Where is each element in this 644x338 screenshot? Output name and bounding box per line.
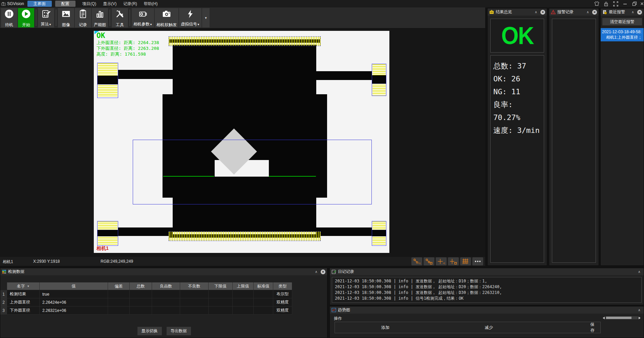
trend-operations-bar: 添加 减少 保存 [335, 322, 601, 333]
start-button[interactable]: 开始 [18, 8, 34, 27]
close-icon[interactable]: ✕ [592, 10, 597, 15]
collapse-icon[interactable]: ∧ [585, 10, 591, 14]
more-options-button[interactable] [472, 257, 483, 265]
collapse-icon[interactable]: ∧ [630, 10, 636, 14]
col-name[interactable]: 名字▼ [7, 282, 40, 290]
col-lower-limit[interactable]: 下限值 [209, 282, 233, 290]
minimize-icon[interactable] [621, 0, 629, 7]
theme-icon[interactable] [593, 0, 601, 7]
algorithm-icon [41, 9, 51, 19]
export-data-button[interactable]: 导出数据 [167, 327, 191, 335]
overlay-line: 上外圆直径: 距离: 2264.238 [96, 40, 159, 45]
close-icon[interactable]: ✕ [540, 10, 545, 15]
col-total[interactable]: 总数 [130, 282, 152, 290]
filter-icon[interactable]: ▼ [27, 285, 30, 288]
capacity-chart-button[interactable]: 产能图 [92, 8, 108, 27]
alarm-entry-time: 2021-12-03-18-49-58: [602, 29, 642, 35]
roi-rectangle[interactable] [133, 140, 371, 204]
log-output[interactable]: 2021-12-03 18:50:00.308 | info | 发送数据， 起… [332, 277, 642, 303]
toolbar-more-dropdown[interactable]: ▼ [202, 8, 210, 27]
add-crosshair-button[interactable]: +1 [436, 257, 447, 265]
col-upper-limit[interactable]: 上限值 [233, 282, 254, 290]
collapse-icon[interactable]: ∧ [637, 308, 642, 312]
svg-text:+1: +1 [418, 262, 421, 264]
close-icon[interactable]: ✕ [321, 270, 325, 274]
record-label: 记录 [79, 22, 87, 27]
algorithm-button[interactable]: 算法▼ [38, 8, 54, 27]
title-bar: SGVision 主界面 配置 项目(Q) 显示(V) 记录(R) 帮助(H) [0, 0, 644, 7]
scrollbar-thumb[interactable] [606, 317, 631, 319]
table-row[interactable]: 1 检测结果 true 布尔型 [0, 290, 328, 298]
close-icon[interactable]: ✕ [637, 10, 642, 15]
play-icon [21, 9, 31, 19]
add-measure-line-button[interactable]: +1 [411, 257, 422, 265]
image-label: 图像 [62, 22, 70, 27]
display-toggle-button[interactable]: 显示切换 [137, 327, 162, 335]
table-row[interactable]: 2 上外圆直径 2.26424e+06 双精度 [0, 298, 328, 306]
part-upper-block [173, 45, 316, 95]
alarm-record-list[interactable] [552, 19, 596, 263]
virtual-signal-label: 虚拟信号▼ [181, 22, 200, 27]
trend-chart-icon [331, 308, 336, 312]
caliper-comb-bottom [169, 231, 321, 241]
col-bad[interactable]: 不良数 [180, 282, 209, 290]
image-button[interactable]: 图像 [58, 8, 74, 27]
standby-button[interactable]: 待机 [1, 8, 17, 27]
col-deviation[interactable]: 偏差 [108, 282, 130, 290]
recent-alarm-list[interactable]: 2021-12-03-18-49-58: 相机1:上外圆直径； [601, 28, 644, 263]
part-arm [117, 70, 173, 79]
collapse-icon[interactable]: ∧ [533, 10, 539, 14]
table-row[interactable]: 3 下外圆直径 2.26321e+06 双精度 [0, 306, 328, 315]
reduce-button[interactable]: 减少 [481, 323, 496, 332]
alarm-entry[interactable]: 2021-12-03-18-49-58: 相机1:上外圆直径； [601, 28, 644, 41]
capacity-chart-icon [95, 9, 105, 19]
add-button[interactable]: 添加 [378, 323, 393, 332]
camera-image-view[interactable]: OK 上外圆直径: 距离: 2264.238 下外圆直径: 距离: 2263.2… [94, 31, 389, 253]
status-camera: 相机1 [3, 259, 13, 265]
fullscreen-icon[interactable] [611, 0, 620, 7]
tab-config[interactable]: 配置 [55, 1, 76, 7]
save-button[interactable]: 保存 [587, 320, 598, 335]
app-logo: SGVision [1, 1, 24, 6]
col-value[interactable]: 值 [40, 282, 108, 290]
view-tool-buttons: +1 +1 [411, 257, 483, 265]
tab-main[interactable]: 主界面 [27, 1, 52, 7]
collapse-icon[interactable]: ∧ [637, 270, 642, 274]
scroll-right-icon[interactable] [639, 317, 641, 319]
part-arm [117, 227, 173, 236]
menu-help[interactable]: 帮助(H) [141, 1, 161, 7]
record-button[interactable]: 记录 [75, 8, 91, 27]
col-good[interactable]: 良品数 [152, 282, 180, 290]
grid-toggle-button[interactable] [460, 257, 471, 265]
camera-params-button[interactable]: 相机参数▼ [132, 8, 154, 27]
lock-icon[interactable] [602, 0, 610, 7]
tools-button[interactable]: 工具 [112, 8, 128, 27]
delete-measure-line-button[interactable] [424, 257, 434, 265]
clear-recent-alarm-button[interactable]: 清空最近报警 [602, 18, 642, 25]
menu-record[interactable]: 记录(R) [120, 1, 141, 7]
virtual-signal-button[interactable]: 虚拟信号▼ [179, 8, 201, 27]
camera-logo-icon [1, 2, 6, 6]
delete-crosshair-button[interactable] [448, 257, 459, 265]
trend-panel-title: 趋势图 [338, 307, 350, 313]
scrollbar-track[interactable] [605, 316, 638, 319]
log-icon [331, 270, 336, 274]
main-toolbar: 待机 开始 算法▼ 图像 记录 [0, 7, 485, 28]
col-type[interactable]: 类型 [273, 282, 292, 290]
capacity-chart-label: 产能图 [94, 22, 106, 27]
menu-project[interactable]: 项目(Q) [79, 1, 100, 7]
scroll-left-icon[interactable] [603, 317, 605, 319]
caliper-box-top-right [372, 64, 387, 96]
close-icon[interactable] [640, 0, 644, 7]
menu-display[interactable]: 显示(V) [100, 1, 120, 7]
collapse-icon[interactable]: ∧ [314, 270, 319, 274]
camera-trigger-button[interactable]: 相机软触发 [155, 8, 178, 27]
tools-icon [115, 9, 125, 19]
col-standard[interactable]: 标准值 [254, 282, 273, 290]
trend-horizontal-scrollbar[interactable] [603, 316, 641, 320]
caliper-box-top-left [97, 63, 118, 98]
stat-total: 总数: 37 [493, 60, 541, 73]
camera-params-icon [138, 9, 148, 19]
restore-icon[interactable] [630, 0, 639, 7]
statistics-box: 总数: 37 OK: 26 NG: 11 良率: 70.27% 速度: 3/mi… [490, 55, 544, 263]
